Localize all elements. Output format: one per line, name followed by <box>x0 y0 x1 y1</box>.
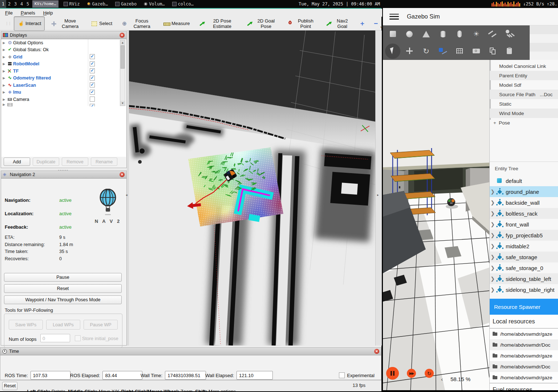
chevron-right-icon[interactable]: ❯ <box>490 211 496 216</box>
displays-panel-titlebar[interactable]: Displays ✕ <box>1 32 126 39</box>
display-checkbox[interactable] <box>90 61 95 66</box>
displays-action-button[interactable]: Duplicate <box>33 158 59 166</box>
toolbar-button[interactable]: Interact <box>14 16 45 31</box>
toolbar-button[interactable]: Measure <box>160 16 194 31</box>
toolbar-button[interactable]: Focus Camera <box>118 16 158 31</box>
nav2-panel-titlebar[interactable]: Navigation 2 ✕ <box>1 171 126 179</box>
panel-splitter-right[interactable]: ▸ <box>375 30 382 346</box>
display-checkbox[interactable] <box>90 54 95 59</box>
display-checkbox[interactable] <box>90 68 95 73</box>
transform-tool-button[interactable] <box>401 43 418 60</box>
taskbar-window[interactable]: Volum… <box>144 1 165 7</box>
chevron-right-icon[interactable]: ❯ <box>490 287 496 293</box>
resource-path-row[interactable]: /home/abdvswmdr/gaze <box>490 328 558 339</box>
entity-row[interactable]: ❯ safe_storage <box>490 252 558 262</box>
display-checkbox[interactable] <box>90 75 95 81</box>
expand-arrow-icon[interactable]: ▶ <box>1 76 7 80</box>
shape-tool-button[interactable] <box>434 26 451 42</box>
resource-path-row[interactable]: /home/abdvswmdr/Doc <box>490 361 558 372</box>
workspace-button[interactable]: 4 <box>19 0 25 8</box>
entity-row[interactable]: ❯ boltless_rack <box>490 208 558 219</box>
toolbar-button[interactable]: Nav2 Goal <box>322 16 355 31</box>
chevron-right-icon[interactable]: ❯ <box>490 200 496 205</box>
step-forward-button[interactable]: ▶▶ <box>407 369 416 378</box>
layout-indicator[interactable]: KVs/home… <box>32 0 58 8</box>
transform-tool-button[interactable] <box>501 43 518 60</box>
shape-tool-button[interactable] <box>401 26 418 42</box>
transform-tool-button[interactable] <box>434 43 451 60</box>
close-icon[interactable]: ✕ <box>120 33 125 38</box>
taskbar-window[interactable]: Gazeb… <box>87 1 108 7</box>
shape-tool-button[interactable] <box>384 26 401 42</box>
nav2-action-button[interactable]: Pause <box>4 273 122 282</box>
toolbar-button[interactable]: 2D Goal Pose <box>243 16 281 31</box>
shape-tool-button[interactable] <box>451 26 468 42</box>
close-icon[interactable]: ✕ <box>120 172 125 177</box>
entity-row[interactable]: ❯ sidelong_table_left <box>490 273 558 284</box>
transform-tool-button[interactable] <box>385 44 400 59</box>
entity-row[interactable]: ❯ ground_plane <box>490 186 558 197</box>
menu-item[interactable]: Panels <box>21 10 35 16</box>
rtf-expand-icon[interactable]: ‹ <box>441 376 443 382</box>
pause-button[interactable] <box>386 367 399 380</box>
display-row[interactable]: ▶ Odometry filtered <box>1 75 126 82</box>
display-row[interactable]: ▶ Global Status: Ok <box>1 46 126 54</box>
entity-row[interactable]: ❯ backside_wall <box>490 197 558 208</box>
chevron-right-icon[interactable]: ❯ <box>490 232 496 238</box>
shape-tool-button[interactable] <box>468 26 485 42</box>
store-initial-pose-checkbox[interactable] <box>75 335 81 341</box>
workspace-button[interactable]: 5 <box>25 0 31 8</box>
shape-tool-button[interactable] <box>501 26 518 42</box>
expand-arrow-icon[interactable]: ▶ <box>1 62 7 66</box>
expand-arrow-icon[interactable]: ▶ <box>1 83 7 87</box>
num-loops-input[interactable]: 0 <box>40 334 70 342</box>
display-row[interactable]: ▶ RobotModel <box>1 61 126 68</box>
entity-row[interactable]: ❯ front_wall <box>490 219 558 230</box>
reset-button[interactable]: Reset <box>2 382 17 390</box>
scroll-thumb[interactable] <box>121 45 125 69</box>
transform-tool-button[interactable] <box>418 43 434 60</box>
property-row[interactable]: Parent Entity <box>490 71 558 80</box>
display-row[interactable]: ▶ Camera <box>1 96 126 103</box>
display-checkbox[interactable] <box>90 97 95 102</box>
chevron-right-icon[interactable]: ❯ <box>490 189 496 195</box>
workspace-button[interactable]: 1 <box>0 0 6 8</box>
property-row[interactable]: Wind Mode <box>490 109 558 118</box>
rviz-3d-viewport[interactable] <box>129 30 375 346</box>
entity-row[interactable]: ❯ default <box>490 175 558 186</box>
taskbar-window[interactable]: RViz <box>64 1 80 7</box>
toolbar-button[interactable]: 2D Pose Estimate <box>195 16 240 31</box>
entity-row[interactable]: ❯ safe_storage_0 <box>490 262 558 273</box>
displays-scrollbar[interactable]: ▲ ▼ <box>120 40 125 106</box>
hamburger-menu-icon[interactable] <box>389 14 399 20</box>
displays-action-button[interactable]: Add <box>4 158 30 166</box>
wp-button[interactable]: Load WPs <box>46 320 80 330</box>
displays-action-button[interactable]: Rename <box>91 158 117 166</box>
entity-row[interactable]: ❯ midtable2 <box>490 241 558 252</box>
chevron-right-icon[interactable]: ❯ <box>490 254 496 260</box>
close-icon[interactable]: ✕ <box>374 349 379 354</box>
displays-action-button[interactable]: Remove <box>62 158 88 166</box>
toolbar-button[interactable]: Move Camera <box>47 16 85 31</box>
display-row[interactable]: ▶ Global Options <box>1 39 126 46</box>
workspace-button[interactable]: 2 <box>6 0 12 8</box>
scroll-up-icon[interactable]: ▲ <box>120 40 125 45</box>
transform-tool-button[interactable] <box>468 43 485 60</box>
expand-plus-icon[interactable]: + <box>493 120 496 126</box>
display-checkbox[interactable] <box>90 90 95 95</box>
expand-arrow-icon[interactable]: ▶ <box>1 48 7 52</box>
expand-arrow-icon[interactable]: ▶ <box>1 55 7 59</box>
resource-path-row[interactable]: /home/abdvswmdr/Doc <box>490 339 558 350</box>
chevron-right-icon[interactable]: ❯ <box>490 221 496 227</box>
property-row[interactable]: Source File Path ...Doc <box>490 90 558 99</box>
toolbar-button[interactable]: Publish Point <box>283 16 320 31</box>
display-row[interactable]: ▶ LaserScan <box>1 82 126 89</box>
property-row[interactable]: Static <box>490 99 558 109</box>
resource-path-row[interactable]: /home/abdvswmdr/gaze <box>490 372 558 383</box>
experimental-checkbox[interactable] <box>339 372 345 378</box>
shape-tool-button[interactable] <box>485 26 501 42</box>
chevron-right-icon[interactable]: ❯ <box>490 243 496 249</box>
expand-arrow-icon[interactable]: ▶ <box>1 69 7 73</box>
menu-item[interactable]: File <box>5 10 13 16</box>
remove-tool-button[interactable]: − <box>370 20 381 28</box>
